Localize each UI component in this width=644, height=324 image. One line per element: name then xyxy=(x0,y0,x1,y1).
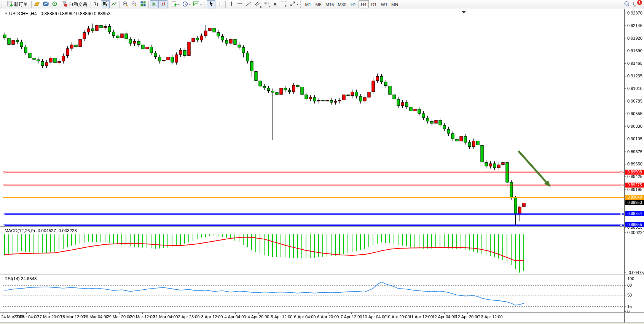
trendline-icon xyxy=(245,1,252,8)
cursor-tool-button[interactable] xyxy=(207,0,215,8)
arrows-icon xyxy=(290,1,296,8)
indicators-button[interactable]: ▾ xyxy=(170,0,181,8)
dropdown-caret: ▾ xyxy=(189,3,191,6)
crosshair-icon xyxy=(217,1,223,8)
symbol-dropdown-icon: ▼ xyxy=(5,12,8,15)
toolbar-separator xyxy=(120,1,120,8)
channel-letter: E xyxy=(260,5,261,8)
price-level-label: 0.89049 xyxy=(625,195,644,200)
autotrading-button[interactable]: 自动交易 xyxy=(59,0,89,8)
zoom-in-icon xyxy=(122,1,129,8)
chart-symbol-label[interactable]: ▼USDCHF-,H40.88886 0.88962 0.88860 0.889… xyxy=(5,11,110,16)
toolbar-separator xyxy=(91,1,91,8)
equidistant-channel-tool-button[interactable]: E xyxy=(253,0,262,8)
chart-region: ▼USDCHF-,H40.88886 0.88962 0.88860 0.889… xyxy=(0,9,644,324)
dropdown-caret: ▾ xyxy=(296,3,298,6)
rsi-indicator-label: RSI(14) 24.6543 xyxy=(5,276,37,281)
price-level-label: 0.88754 xyxy=(625,211,644,216)
notifications-button[interactable]: 1 xyxy=(631,0,641,8)
text-tool-button[interactable]: A xyxy=(271,0,279,8)
price-level-label: 0.89508 xyxy=(625,170,644,175)
auto-scroll-button[interactable] xyxy=(150,0,159,8)
search-icon xyxy=(623,1,630,8)
arrows-tool-button[interactable]: ▾ xyxy=(289,0,299,8)
horizontal-line-icon xyxy=(237,1,243,8)
toolbar: 新订单 自动交易 ▾ ▾ ▾ E F A T ▾ M1M5M15M30H1H4D… xyxy=(0,0,644,9)
chart-ohlc-values: 0.88886 0.88962 0.88860 0.88953 xyxy=(41,11,111,16)
tile-windows-icon xyxy=(140,1,146,8)
zoom-out-button[interactable] xyxy=(130,0,139,8)
chart-shift-icon xyxy=(160,1,166,8)
autotrading-label: 自动交易 xyxy=(69,1,87,8)
data-window-icon xyxy=(43,1,49,8)
toolbar-grip xyxy=(2,1,4,8)
text-label-icon xyxy=(281,1,287,8)
data-window-button[interactable] xyxy=(41,0,50,8)
autotrading-icon xyxy=(61,1,68,8)
timeframe-group: M1M5M15M30H1H4D1W1MN xyxy=(303,0,400,8)
price-level-label: 0.88555 xyxy=(625,222,644,227)
price-level-label: 0.89275 xyxy=(625,183,644,188)
dropdown-caret: ▾ xyxy=(178,3,180,6)
fibonacci-letter: F xyxy=(269,5,270,8)
clock-icon xyxy=(182,1,188,8)
zoom-in-button[interactable] xyxy=(121,0,130,8)
auto-scroll-icon xyxy=(151,1,158,8)
timeframe-h4-button[interactable]: H4 xyxy=(359,0,369,8)
cursor-icon xyxy=(208,1,214,8)
timeframe-m15-button[interactable]: M15 xyxy=(324,0,336,8)
bar-chart-mode-button[interactable] xyxy=(92,0,101,8)
timeframe-m1-button[interactable]: M1 xyxy=(303,0,313,8)
toolbar-separator xyxy=(148,1,149,8)
indicators-icon xyxy=(171,1,177,8)
toolbar-separator xyxy=(169,1,169,8)
toolbar-separator xyxy=(225,1,226,8)
notification-badge: 1 xyxy=(637,0,642,5)
horizontal-line-tool-button[interactable] xyxy=(236,0,244,8)
fibonacci-tool-button[interactable]: F xyxy=(262,0,271,8)
tile-windows-button[interactable] xyxy=(139,0,147,8)
rsi-name: RSI(14) xyxy=(5,276,20,281)
chart-canvas[interactable] xyxy=(0,9,644,324)
new-order-button[interactable]: 新订单 xyxy=(5,0,30,8)
timeframe-mn-button[interactable]: MN xyxy=(389,0,400,8)
signals-button[interactable] xyxy=(50,0,59,8)
macd-values: -0.004527 -0.003223 xyxy=(36,228,77,233)
price-level-label: 0.88953 xyxy=(625,200,644,205)
toolbar-separator xyxy=(31,1,32,8)
text-tool-icon: A xyxy=(273,2,277,7)
line-chart-mode-button[interactable] xyxy=(110,0,118,8)
toolbar-grip xyxy=(204,1,206,8)
dropdown-caret: ▾ xyxy=(200,3,202,6)
vertical-line-tool-button[interactable] xyxy=(227,0,236,8)
signals-icon xyxy=(51,1,58,8)
periods-button[interactable]: ▾ xyxy=(181,0,192,8)
chart-shift-button[interactable] xyxy=(159,0,167,8)
market-watch-icon xyxy=(34,1,40,8)
candlestick-icon xyxy=(102,1,108,8)
template-icon xyxy=(193,1,199,8)
timeframe-d1-button[interactable]: D1 xyxy=(369,0,379,8)
search-button[interactable] xyxy=(622,0,631,8)
text-label-tool-button[interactable]: T xyxy=(279,0,289,8)
timeframe-m5-button[interactable]: M5 xyxy=(313,0,324,8)
text-label-letter: T xyxy=(285,5,286,7)
timeframe-h1-button[interactable]: H1 xyxy=(348,0,359,8)
timeframe-m30-button[interactable]: M30 xyxy=(336,0,348,8)
chart-title-text: USDCHF-,H4 xyxy=(9,11,37,16)
zoom-out-icon xyxy=(131,1,137,8)
vertical-line-icon xyxy=(229,1,234,8)
macd-indicator-label: MACD(12,26,9) -0.004527 -0.003223 xyxy=(5,228,77,233)
toolbar-grip xyxy=(300,1,302,8)
market-watch-button[interactable] xyxy=(33,0,41,8)
templates-button[interactable]: ▾ xyxy=(192,0,203,8)
new-order-label: 新订单 xyxy=(14,1,28,8)
rsi-value: 24.6543 xyxy=(21,276,37,281)
new-order-icon xyxy=(7,1,13,8)
candlestick-mode-button[interactable] xyxy=(101,0,110,8)
trendline-tool-button[interactable] xyxy=(244,0,253,8)
crosshair-tool-button[interactable] xyxy=(215,0,224,8)
timeframe-w1-button[interactable]: W1 xyxy=(379,0,389,8)
macd-name: MACD(12,26,9) xyxy=(5,228,35,233)
bar-chart-icon xyxy=(93,1,100,8)
